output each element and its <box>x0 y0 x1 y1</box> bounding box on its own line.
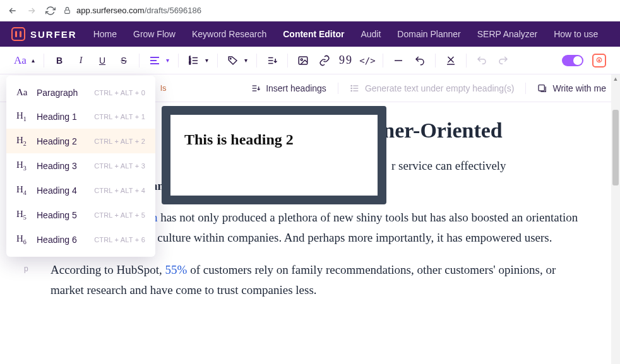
dd-heading-3[interactable]: H3Heading 3 CTRL + ALT + 3 <box>6 153 155 178</box>
svg-text:3: 3 <box>189 62 191 65</box>
reload-button[interactable] <box>44 4 57 17</box>
h2-icon: H2 <box>16 135 30 147</box>
preview-heading-2: This is heading 2 <box>184 131 364 148</box>
heading-preview-tooltip: This is heading 2 <box>162 106 386 204</box>
doc-paragraph[interactable]: According to HubSpot, 55% of customers r… <box>51 260 582 301</box>
shortcut: CTRL + ALT + 6 <box>94 236 145 244</box>
separator <box>525 83 526 94</box>
image-button[interactable] <box>297 54 309 67</box>
dd-heading-1[interactable]: H1Heading 1 CTRL + ALT + 1 <box>6 104 155 129</box>
shortcut: CTRL + ALT + 3 <box>94 162 145 170</box>
separator <box>383 54 383 68</box>
nav-audit[interactable]: Audit <box>361 29 381 39</box>
separator <box>435 54 436 68</box>
svg-rect-23 <box>539 85 544 90</box>
separator <box>466 54 467 68</box>
code-button[interactable]: </> <box>361 54 374 67</box>
separator <box>338 83 338 94</box>
dd-heading-5[interactable]: H5Heading 5 CTRL + ALT + 5 <box>6 203 155 227</box>
chevron-up-icon: ▴ <box>32 57 35 64</box>
quote-button[interactable]: 99 <box>340 54 352 67</box>
url-path: /drafts/5696186 <box>145 6 201 15</box>
nav-home[interactable]: Home <box>93 29 117 39</box>
svg-point-12 <box>301 59 302 61</box>
outline-button[interactable]: ⦿ <box>592 54 606 68</box>
h1-icon: H1 <box>16 110 30 122</box>
toggle-switch[interactable] <box>562 55 583 66</box>
gutter-para-marker: p <box>24 264 28 273</box>
shortcut: CTRL + ALT + 2 <box>94 138 145 145</box>
separator <box>44 54 44 68</box>
new-line-button[interactable] <box>414 54 426 67</box>
nav-grow-flow[interactable]: Grow Flow <box>133 29 176 39</box>
write-with-me-label: Write with me <box>552 83 606 93</box>
shortcut: CTRL + ALT + 0 <box>94 89 145 97</box>
separator <box>256 54 257 68</box>
dd-heading-2[interactable]: H2Heading 2 CTRL + ALT + 2 <box>6 129 155 153</box>
dd-heading-4[interactable]: H4Heading 4 CTRL + ALT + 4 <box>6 178 155 203</box>
nav-content-editor[interactable]: Content Editor <box>283 29 344 39</box>
h6-icon: H6 <box>16 233 30 245</box>
align-button[interactable] <box>148 54 161 67</box>
svg-point-20 <box>351 85 352 86</box>
dd-paragraph[interactable]: AaParagraph CTRL + ALT + 0 <box>6 81 155 104</box>
h3-icon: H3 <box>16 160 30 172</box>
forward-button[interactable] <box>25 4 38 17</box>
scrollbar-track[interactable]: ▲ <box>611 74 620 337</box>
insert-headings-label: Insert headings <box>266 83 326 93</box>
separator <box>217 54 218 68</box>
nav-how-to-use[interactable]: How to use <box>554 29 598 39</box>
brand-name: SURFER <box>30 29 77 40</box>
insert-headings-action[interactable]: Insert headings <box>251 83 326 93</box>
list-button[interactable]: 123 <box>188 54 200 67</box>
clear-format-button[interactable] <box>444 54 457 67</box>
back-button[interactable] <box>6 4 19 17</box>
chevron-down-icon: ▾ <box>244 57 247 64</box>
strike-button[interactable]: S <box>117 54 130 67</box>
h5-icon: H5 <box>16 209 30 221</box>
svg-rect-0 <box>65 10 70 13</box>
shortcut: CTRL + ALT + 5 <box>94 211 145 219</box>
nav-domain-planner[interactable]: Domain Planner <box>397 29 460 39</box>
undo-button[interactable] <box>475 54 488 67</box>
paragraph-icon: Aa <box>16 87 30 98</box>
separator <box>139 54 140 68</box>
generate-text-action[interactable]: Generate text under empty heading(s) <box>350 83 515 93</box>
chevron-down-icon: ▾ <box>166 57 169 64</box>
italic-button[interactable]: I <box>75 54 87 67</box>
separator <box>178 54 179 68</box>
shortcut: CTRL + ALT + 1 <box>94 113 145 120</box>
heading-dropdown: AaParagraph CTRL + ALT + 0 H1Heading 1 C… <box>6 76 155 257</box>
doc-link[interactable]: 55% <box>165 263 188 276</box>
h4-icon: H4 <box>16 184 30 196</box>
svg-point-21 <box>351 88 352 88</box>
write-with-me-action[interactable]: Write with me <box>537 83 606 93</box>
scrollbar-thumb[interactable] <box>612 110 619 185</box>
bold-button[interactable]: B <box>53 54 66 67</box>
browser-chrome: app.surferseo.com/drafts/5696186 <box>0 0 620 21</box>
hr-button[interactable] <box>392 54 405 67</box>
url-host: app.surferseo.com <box>76 6 145 15</box>
left-hint: ls <box>160 83 166 93</box>
address-bar[interactable]: app.surferseo.com/drafts/5696186 <box>63 6 201 15</box>
generate-text-label: Generate text under empty heading(s) <box>365 83 515 93</box>
dd-heading-6[interactable]: H6Heading 6 CTRL + ALT + 6 <box>6 227 155 252</box>
format-toolbar: Aa ▴ B I U S ▾ 123 ▾ ▾ <box>0 47 620 74</box>
tag-button[interactable] <box>227 54 239 67</box>
svg-point-22 <box>351 90 352 91</box>
lock-icon <box>63 6 71 15</box>
nav-serp-analyzer[interactable]: SERP Analyzer <box>477 29 537 39</box>
redo-button[interactable] <box>497 54 510 67</box>
brand[interactable]: SURFER <box>11 27 77 41</box>
chevron-down-icon: ▾ <box>205 57 208 64</box>
nav-keyword-research[interactable]: Keyword Research <box>192 29 266 39</box>
separator <box>287 54 288 68</box>
top-nav: SURFER Home Grow Flow Keyword Research C… <box>0 21 620 47</box>
insert-headings-button[interactable] <box>266 54 278 67</box>
text-style-button[interactable]: Aa <box>14 54 27 67</box>
brand-logo-icon <box>11 27 25 41</box>
svg-point-7 <box>230 58 232 59</box>
scroll-up-arrow[interactable]: ▲ <box>611 74 620 83</box>
underline-button[interactable]: U <box>96 54 109 67</box>
link-button[interactable] <box>318 54 331 67</box>
